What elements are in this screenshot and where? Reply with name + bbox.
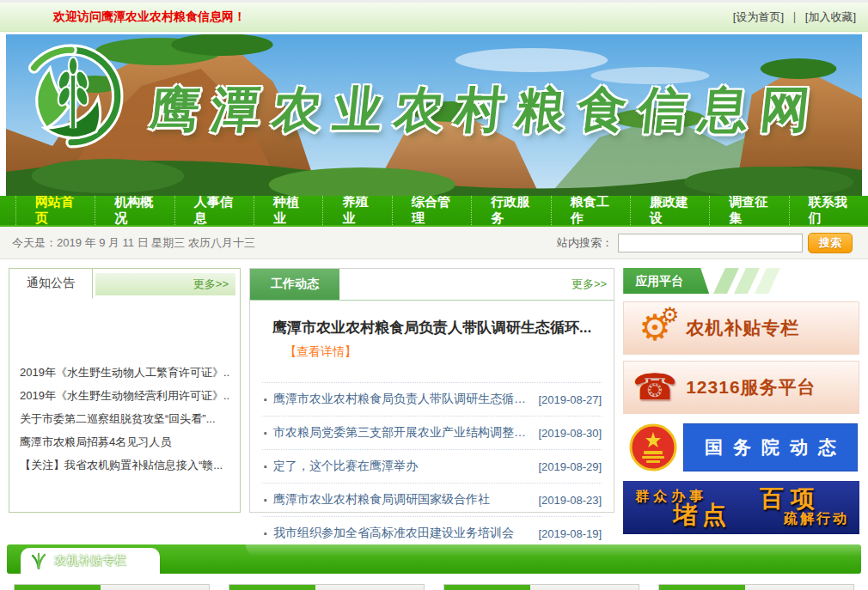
notice-item[interactable]: 【关注】我省农机购置补贴信息接入“赣...: [20, 453, 229, 477]
news-panel: 工作动态 更多>> 鹰潭市农业农村粮食局负责人带队调研生态循环... 【查看详情…: [249, 268, 614, 513]
subsidy-column-tab[interactable]: 补贴进度: [659, 585, 745, 590]
nav-item[interactable]: 种植业: [254, 196, 323, 225]
news-item-date: [2019-08-19]: [531, 527, 602, 540]
add-favorite-link[interactable]: [加入收藏]: [805, 9, 856, 25]
date-text: 今天是：2019 年 9 月 11 日 星期三 农历八月十三: [0, 235, 255, 251]
toplink-separator: ｜: [789, 9, 800, 25]
notice-list: 2019年《水生野生动物人工繁育许可证》... 2019年《水生野生动物经营利用…: [9, 299, 240, 477]
subsidy-column-header: 补贴政策: [443, 584, 639, 590]
subsidy-column-tab[interactable]: 补贴政策: [444, 585, 530, 590]
subsidy-column-tab[interactable]: 综合要闻: [15, 585, 101, 590]
notice-panel: 通知公告 更多>> 2019年《水生野生动物人工繁育许可证》... 2019年《…: [9, 268, 241, 513]
subsidy-column: 补贴公告: [229, 584, 425, 590]
site-title: 鹰潭农业农村粮食信息网: [147, 77, 825, 143]
topbar: 欢迎访问鹰潭农业农村粮食信息网！ [设为首页] ｜ [加入收藏]: [0, 0, 868, 32]
news-item-title[interactable]: 鹰潭市农业农村粮食局负责人带队调研生态循环...: [273, 392, 532, 407]
state-council-banner: 国务院动态: [683, 423, 858, 471]
telephone-icon: ☎: [624, 369, 686, 405]
search-button[interactable]: 搜索: [808, 233, 853, 253]
nav-item[interactable]: 网站首页: [15, 196, 95, 225]
nav-item[interactable]: 机构概况: [95, 196, 174, 225]
featured-headline[interactable]: 鹰潭市农业农村粮食局负责人带队调研生态循环...: [272, 318, 591, 338]
news-item-date: [2019-08-29]: [531, 460, 602, 473]
news-item-title[interactable]: 市农粮局党委第三支部开展农业产业结构调整调...: [273, 425, 532, 441]
campaign-text: 堵点: [673, 499, 731, 532]
site-banner: 鹰潭农业农村粮食信息网: [6, 34, 862, 196]
nav-item[interactable]: 综合管理: [392, 196, 471, 225]
news-item[interactable]: 市农粮局党委第三支部开展农业产业结构调整调... [2019-08-30]: [262, 417, 602, 450]
state-council-news-link[interactable]: 国务院动态: [623, 420, 859, 475]
subsidy-column-tab[interactable]: 补贴公告: [229, 585, 315, 590]
service-12316-link[interactable]: ☎ 12316服务平台: [623, 361, 859, 414]
search-label: 站内搜索：: [557, 235, 613, 251]
subsidy-column-header: 补贴公告: [229, 584, 425, 590]
subsidy-section-tab[interactable]: 农机补贴专栏: [21, 548, 160, 574]
leaf-icon: [29, 552, 48, 569]
top-links: [设为首页] ｜ [加入收藏]: [733, 9, 868, 25]
news-item-date: [2019-08-30]: [531, 427, 602, 440]
date-search-bar: 今天是：2019 年 9 月 11 日 星期三 农历八月十三 站内搜索： 搜索: [0, 227, 868, 259]
notice-item[interactable]: 鹰潭市农粮局招募4名见习人员: [20, 430, 229, 453]
campaign-banner-link[interactable]: 群众办事 百项 堵点 疏解行动: [623, 481, 859, 534]
wheat-leaf-logo-icon: [18, 43, 125, 149]
news-more-link[interactable]: 更多>>: [572, 269, 614, 300]
platform-panel: 应用平台 ⚙⚙ 农机补贴专栏 ☎ 12316服务平台: [623, 268, 859, 534]
subsidy-column-header: 综合要闻: [14, 584, 210, 590]
news-item[interactable]: 鹰潭市农业农村粮食局负责人带队调研生态循环... [2019-08-27]: [262, 383, 602, 417]
platform-tab: 应用平台: [623, 268, 709, 294]
nav-item[interactable]: 调查征集: [709, 196, 788, 225]
search-input[interactable]: [618, 234, 803, 252]
news-list: 鹰潭市农业农村粮食局负责人带队调研生态循环... [2019-08-27] 市农…: [262, 382, 602, 550]
subsidy-columns: 综合要闻 补贴公告 补贴政策 补贴进度: [14, 584, 854, 590]
subsidy-section-title: 农机补贴专栏: [54, 553, 126, 569]
subsidy-column: 补贴进度: [658, 584, 854, 590]
welcome-text: 欢迎访问鹰潭农业农村粮食信息网！: [0, 9, 246, 25]
nav-item[interactable]: 行政服务: [471, 196, 550, 225]
featured-story: 鹰潭市农业农村粮食局负责人带队调研生态循环... 【查看详情】: [250, 318, 614, 360]
page: 欢迎访问鹰潭农业农村粮食信息网！ [设为首页] ｜ [加入收藏]: [0, 0, 868, 590]
news-item-title[interactable]: 定了，这个比赛在鹰潭举办: [273, 459, 532, 474]
notice-header-strip: 更多>>: [95, 273, 235, 295]
decor-stripe-icon: [755, 268, 780, 294]
main-nav: 网站首页 机构概况 人事信息 种植业 养殖业 综合管理 行政服务 粮食工作 廉政…: [0, 196, 868, 227]
nav-item[interactable]: 粮食工作: [551, 196, 630, 225]
news-item-date: [2019-08-27]: [531, 393, 602, 406]
gears-icon: ⚙⚙: [624, 310, 686, 346]
notice-item[interactable]: 2019年《水生野生动物经营利用许可证》...: [20, 384, 229, 407]
subsidy-section-header: 农机补贴专栏: [7, 544, 861, 574]
subsidy-column: 综合要闻: [14, 584, 210, 590]
search-box: 站内搜索： 搜索: [557, 233, 868, 253]
notice-item[interactable]: 关于市委第二巡察组脱贫攻坚“回头看”...: [20, 407, 229, 430]
platform-item-label: 农机补贴专栏: [686, 316, 799, 340]
news-item[interactable]: 定了，这个比赛在鹰潭举办 [2019-08-29]: [262, 450, 602, 484]
news-item-date: [2019-08-23]: [531, 494, 602, 507]
notice-item[interactable]: 2019年《水生野生动物人工繁育许可证》...: [20, 361, 229, 384]
set-home-link[interactable]: [设为首页]: [733, 9, 784, 25]
national-emblem-icon: [623, 423, 683, 471]
nav-item[interactable]: 廉政建设: [630, 196, 709, 225]
view-details-link[interactable]: 【查看详情】: [284, 344, 357, 360]
news-item-title[interactable]: 我市组织参加全省高标准农田建设业务培训会: [273, 526, 532, 541]
notice-tab[interactable]: 通知公告: [9, 269, 93, 299]
news-header: 工作动态 更多>>: [250, 269, 614, 301]
site-logo: [18, 43, 125, 149]
subsidy-column-header: 补贴进度: [658, 584, 854, 590]
nav-item[interactable]: 养殖业: [322, 196, 392, 225]
news-tab[interactable]: 工作动态: [250, 269, 339, 300]
nav-item[interactable]: 人事信息: [174, 196, 254, 225]
news-item[interactable]: 鹰潭市农业农村粮食局调研国家级合作社 [2019-08-23]: [262, 484, 602, 517]
notice-more-link[interactable]: 更多>>: [193, 277, 235, 292]
platform-item-label: 12316服务平台: [686, 375, 816, 399]
news-item-title[interactable]: 鹰潭市农业农村粮食局调研国家级合作社: [273, 492, 532, 508]
platform-header: 应用平台: [623, 268, 859, 294]
main-content: 通知公告 更多>> 2019年《水生野生动物人工繁育许可证》... 2019年《…: [9, 268, 859, 534]
farm-machinery-subsidy-link[interactable]: ⚙⚙ 农机补贴专栏: [623, 301, 859, 355]
notice-header: 通知公告 更多>>: [9, 269, 240, 299]
nav-item[interactable]: 联系我们: [789, 196, 868, 225]
subsidy-column: 补贴政策: [443, 584, 639, 590]
campaign-text: 疏解行动: [784, 510, 849, 528]
